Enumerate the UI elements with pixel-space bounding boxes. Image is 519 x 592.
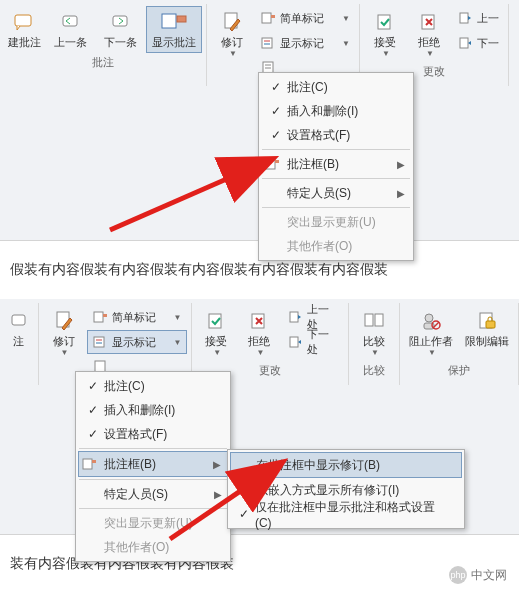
menu-balloons[interactable]: 批注框(B)▶ — [78, 451, 228, 477]
revise-button[interactable]: 修订 ▼ — [43, 305, 85, 361]
simple-markup-dropdown[interactable]: 简单标记 ▼ — [255, 6, 355, 30]
next-change-button[interactable]: 下一处 — [282, 330, 344, 354]
check-icon: ✓ — [82, 379, 104, 393]
label: 下一条 — [104, 36, 137, 49]
prev-comment-button[interactable]: 上一条 — [46, 6, 94, 53]
group-label: 保护 — [448, 361, 470, 380]
label: 简单标记 — [280, 11, 324, 26]
accept-button[interactable]: 接受 ▼ — [364, 6, 406, 62]
label: 设置格式(F) — [104, 426, 167, 443]
markup-stack: 简单标记 ▼ 显示标记 ▼ — [255, 6, 355, 80]
chevron-down-icon: ▼ — [174, 338, 182, 347]
menu-others: 其他作者(O) — [261, 234, 411, 258]
svg-rect-42 — [92, 460, 96, 463]
svg-rect-0 — [15, 15, 31, 26]
label: 下一处 — [307, 327, 339, 357]
restrict-edit-button[interactable]: 限制编辑 — [460, 305, 514, 352]
reject-button[interactable]: 拒绝 ▼ — [408, 6, 450, 62]
label: 在批注框中显示修订(B) — [256, 457, 380, 474]
label: 批注(C) — [287, 79, 328, 96]
show-comments-button[interactable]: 显示批注 — [146, 6, 202, 53]
next-icon — [287, 334, 303, 350]
menu-comments[interactable]: ✓批注(C) — [78, 374, 228, 398]
show-markup-icon — [92, 334, 108, 350]
chevron-down-icon: ▼ — [426, 49, 434, 58]
comment-new-icon — [13, 10, 35, 34]
svg-rect-40 — [486, 321, 495, 328]
comment-group: 注 — [0, 303, 39, 385]
submenu-show-revisions[interactable]: 在批注框中显示修订(B) — [230, 452, 462, 478]
label: 批注(C) — [104, 378, 145, 395]
label: 显示标记 — [112, 335, 156, 350]
block-authors-icon — [421, 309, 441, 333]
label: 批注框(B) — [287, 156, 339, 173]
svg-rect-23 — [94, 312, 103, 322]
check-icon: ✓ — [265, 80, 287, 94]
label: 简单标记 — [112, 310, 156, 325]
reject-button[interactable]: 拒绝 ▼ — [239, 305, 280, 361]
chevron-down-icon: ▼ — [229, 49, 237, 58]
submenu-only-format[interactable]: ✓仅在批注框中显示批注和格式设置(C) — [230, 502, 462, 526]
label: 突出显示更新(U) — [104, 515, 193, 532]
submenu-arrow-icon: ▶ — [213, 459, 221, 470]
label: 接受 — [374, 36, 396, 49]
submenu-arrow-icon: ▶ — [397, 188, 405, 199]
svg-rect-2 — [113, 16, 127, 26]
label: 插入和删除(I) — [287, 103, 358, 120]
simple-markup-dropdown[interactable]: 简单标记 ▼ — [87, 305, 187, 329]
comment-button[interactable]: 注 — [4, 305, 34, 352]
label: 突出显示更新(U) — [287, 214, 376, 231]
menu-format[interactable]: ✓设置格式(F) — [261, 123, 411, 147]
chevron-down-icon: ▼ — [428, 348, 436, 357]
prev-icon — [457, 10, 473, 26]
submenu-arrow-icon: ▶ — [214, 489, 222, 500]
restrict-icon — [477, 309, 497, 333]
logo-text: 中文网 — [471, 567, 507, 584]
menu-people[interactable]: 特定人员(S)▶ — [78, 482, 228, 506]
markup-icon — [92, 309, 108, 325]
separator — [262, 207, 410, 208]
group-label: 批注 — [92, 53, 114, 72]
create-comment-button[interactable]: 建批注 — [4, 6, 44, 53]
show-markup-dropdown[interactable]: 显示标记 ▼ — [87, 330, 187, 354]
label: 批注框(B) — [104, 456, 156, 473]
markup-icon — [260, 10, 276, 26]
svg-rect-31 — [290, 312, 298, 322]
menu-ins-del[interactable]: ✓插入和删除(I) — [78, 398, 228, 422]
bottom-panel: 注 修订 ▼ 简单标记 ▼ 显示标记 — [0, 299, 519, 535]
separator — [79, 508, 227, 509]
svg-rect-1 — [63, 16, 77, 26]
next-change-button[interactable]: 下一 — [452, 31, 504, 55]
accept-button[interactable]: 接受 ▼ — [196, 305, 237, 361]
check-icon: ✓ — [82, 403, 104, 417]
svg-rect-32 — [290, 337, 298, 347]
chevron-down-icon: ▼ — [371, 348, 379, 357]
menu-ins-del[interactable]: ✓插入和删除(I) — [261, 99, 411, 123]
svg-point-35 — [425, 314, 433, 322]
label: 设置格式(F) — [287, 127, 350, 144]
nav-stack: 上一处 下一处 — [282, 305, 344, 354]
label: 接受 — [205, 335, 227, 348]
compare-button[interactable]: 比较 ▼ — [353, 305, 395, 361]
svg-rect-33 — [365, 314, 373, 326]
revise-button[interactable]: 修订 ▼ — [211, 6, 253, 62]
group-label: 比较 — [363, 361, 385, 380]
menu-balloons[interactable]: 批注框(B)▶ — [261, 152, 411, 176]
show-markup-dropdown[interactable]: 显示标记 ▼ — [255, 31, 355, 55]
reject-icon — [249, 309, 269, 333]
menu-highlight: 突出显示更新(U) — [78, 511, 228, 535]
label: 显示批注 — [152, 36, 196, 49]
chevron-down-icon: ▼ — [342, 14, 350, 23]
prev-change-button[interactable]: 上一 — [452, 6, 504, 30]
label: 显示标记 — [280, 36, 324, 51]
comment-icon — [10, 309, 28, 333]
prev-change-button[interactable]: 上一处 — [282, 305, 344, 329]
block-authors-button[interactable]: 阻止作者 ▼ — [404, 305, 458, 361]
next-comment-button[interactable]: 下一条 — [96, 6, 144, 53]
balloon-icon — [265, 157, 287, 171]
separator — [79, 448, 227, 449]
menu-people[interactable]: 特定人员(S)▶ — [261, 181, 411, 205]
label: 特定人员(S) — [287, 185, 351, 202]
menu-comments[interactable]: ✓批注(C) — [261, 75, 411, 99]
menu-format[interactable]: ✓设置格式(F) — [78, 422, 228, 446]
